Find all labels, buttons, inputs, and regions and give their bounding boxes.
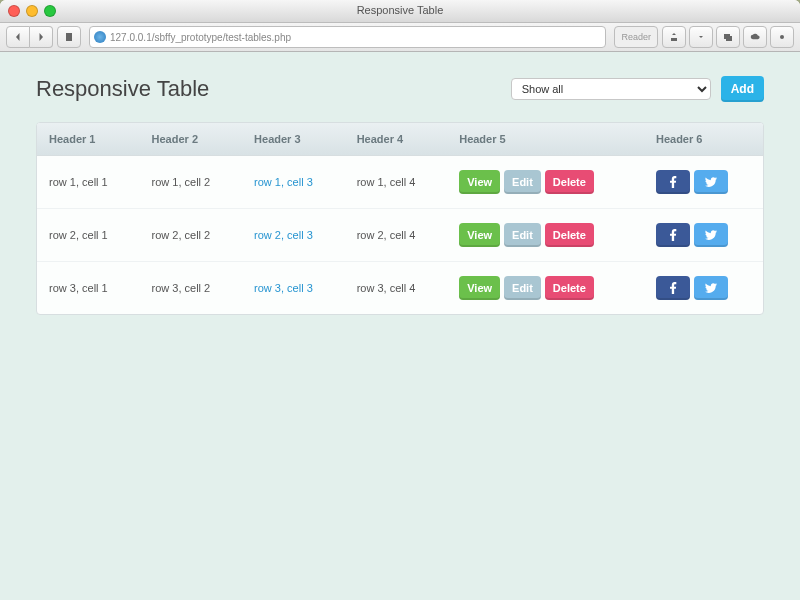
bookmark-icon (64, 32, 74, 42)
table-header-row: Header 1 Header 2 Header 3 Header 4 Head… (37, 123, 763, 156)
facebook-icon (667, 282, 679, 294)
twitter-button[interactable] (694, 276, 728, 300)
url-text: 127.0.0.1/sbffy_prototype/test-tables.ph… (110, 32, 291, 43)
cell-social (644, 262, 763, 314)
back-button[interactable] (6, 26, 30, 48)
cell-4: row 3, cell 4 (345, 262, 448, 314)
browser-toolbar: 127.0.0.1/sbffy_prototype/test-tables.ph… (0, 23, 800, 52)
settings-button[interactable] (770, 26, 794, 48)
data-table: Header 1 Header 2 Header 3 Header 4 Head… (36, 122, 764, 315)
address-bar[interactable]: 127.0.0.1/sbffy_prototype/test-tables.ph… (89, 26, 606, 48)
share-icon (669, 32, 679, 42)
cell-2: row 3, cell 2 (140, 262, 243, 314)
tabs-button[interactable] (716, 26, 740, 48)
window-titlebar: Responsive Table (0, 0, 800, 23)
table-head: Header 1 Header 2 Header 3 Header 4 Head… (37, 123, 763, 156)
page-content: Responsive Table Show all Add Header 1 H… (0, 52, 800, 339)
cell-social (644, 209, 763, 262)
facebook-button[interactable] (656, 223, 690, 247)
cell-actions: View Edit Delete (447, 209, 644, 262)
cell-actions: View Edit Delete (447, 156, 644, 209)
col-header: Header 6 (644, 123, 763, 156)
cell-2: row 2, cell 2 (140, 209, 243, 262)
facebook-button[interactable] (656, 170, 690, 194)
gear-icon (777, 32, 787, 42)
cell-3-link[interactable]: row 1, cell 3 (242, 156, 345, 209)
cell-1: row 2, cell 1 (37, 209, 140, 262)
cell-3-link[interactable]: row 3, cell 3 (242, 262, 345, 314)
table-row: row 1, cell 1 row 1, cell 2 row 1, cell … (37, 156, 763, 209)
twitter-icon (705, 229, 717, 241)
cloud-icon (750, 32, 760, 42)
browser-window: Responsive Table 127.0.0.1/sbffy_prototy… (0, 0, 800, 600)
col-header: Header 1 (37, 123, 140, 156)
page-title: Responsive Table (36, 76, 501, 102)
bookmark-button[interactable] (57, 26, 81, 48)
delete-button[interactable]: Delete (545, 223, 594, 247)
chevron-right-icon (36, 32, 46, 42)
chevron-left-icon (13, 32, 23, 42)
globe-icon (94, 31, 106, 43)
filter-select[interactable]: Show all (511, 78, 711, 100)
twitter-icon (705, 176, 717, 188)
view-button[interactable]: View (459, 170, 500, 194)
edit-button[interactable]: Edit (504, 170, 541, 194)
page-header: Responsive Table Show all Add (36, 76, 764, 102)
share-button[interactable] (662, 26, 686, 48)
view-button[interactable]: View (459, 223, 500, 247)
action-buttons: View Edit Delete (459, 276, 632, 300)
view-button[interactable]: View (459, 276, 500, 300)
social-buttons (656, 276, 751, 300)
facebook-button[interactable] (656, 276, 690, 300)
action-buttons: View Edit Delete (459, 170, 632, 194)
svg-point-3 (780, 35, 784, 39)
col-header: Header 3 (242, 123, 345, 156)
download-icon (696, 32, 706, 42)
table-body: row 1, cell 1 row 1, cell 2 row 1, cell … (37, 156, 763, 314)
social-buttons (656, 170, 751, 194)
cell-2: row 1, cell 2 (140, 156, 243, 209)
svg-rect-0 (66, 33, 72, 41)
cell-4: row 1, cell 4 (345, 156, 448, 209)
twitter-button[interactable] (694, 170, 728, 194)
toolbar-right (662, 26, 794, 48)
page-viewport[interactable]: Responsive Table Show all Add Header 1 H… (0, 52, 800, 600)
edit-button[interactable]: Edit (504, 223, 541, 247)
table-row: row 2, cell 1 row 2, cell 2 row 2, cell … (37, 209, 763, 262)
tabs-icon (723, 32, 733, 42)
delete-button[interactable]: Delete (545, 276, 594, 300)
cell-actions: View Edit Delete (447, 262, 644, 314)
cloud-button[interactable] (743, 26, 767, 48)
facebook-icon (667, 176, 679, 188)
col-header: Header 5 (447, 123, 644, 156)
twitter-button[interactable] (694, 223, 728, 247)
cell-social (644, 156, 763, 209)
window-title: Responsive Table (0, 4, 800, 16)
facebook-icon (667, 229, 679, 241)
cell-1: row 3, cell 1 (37, 262, 140, 314)
cell-3-link[interactable]: row 2, cell 3 (242, 209, 345, 262)
col-header: Header 2 (140, 123, 243, 156)
twitter-icon (705, 282, 717, 294)
reader-button[interactable]: Reader (614, 26, 658, 48)
nav-button-group (6, 26, 53, 48)
forward-button[interactable] (30, 26, 53, 48)
downloads-button[interactable] (689, 26, 713, 48)
col-header: Header 4 (345, 123, 448, 156)
cell-4: row 2, cell 4 (345, 209, 448, 262)
cell-1: row 1, cell 1 (37, 156, 140, 209)
edit-button[interactable]: Edit (504, 276, 541, 300)
action-buttons: View Edit Delete (459, 223, 632, 247)
delete-button[interactable]: Delete (545, 170, 594, 194)
social-buttons (656, 223, 751, 247)
add-button[interactable]: Add (721, 76, 764, 102)
svg-rect-2 (726, 36, 732, 41)
table-row: row 3, cell 1 row 3, cell 2 row 3, cell … (37, 262, 763, 314)
